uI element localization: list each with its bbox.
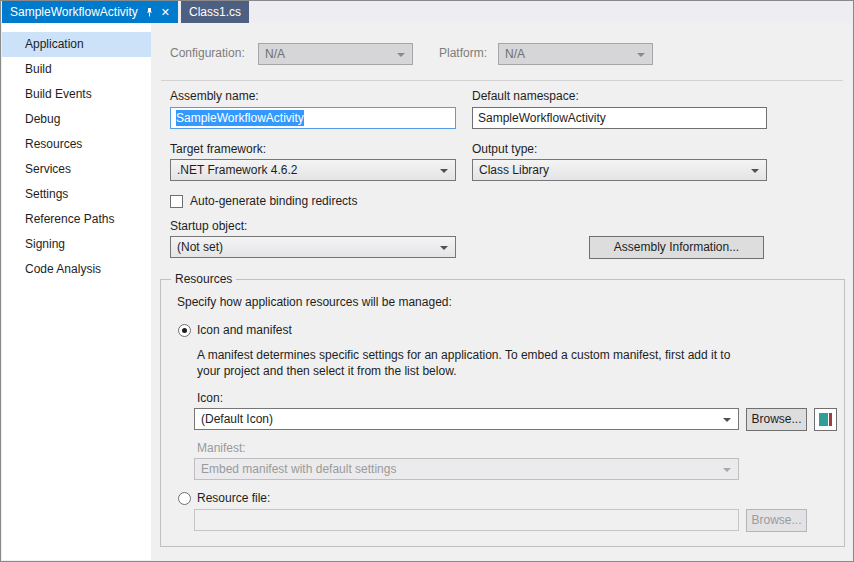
- application-properties-page: Configuration: N/A Platform: N/A Assembl…: [151, 23, 852, 560]
- default-namespace-label: Default namespace:: [472, 89, 579, 103]
- configuration-dropdown: N/A: [258, 43, 413, 65]
- close-icon[interactable]: ✕: [161, 7, 170, 18]
- icon-label: Icon:: [197, 391, 223, 405]
- resources-groupbox: Resources Specify how application resour…: [160, 279, 845, 547]
- auto-generate-binding-redirects-checkbox[interactable]: [170, 195, 183, 208]
- assembly-name-label: Assembly name:: [170, 89, 259, 103]
- sidebar-item-settings[interactable]: Settings: [2, 182, 151, 207]
- platform-dropdown: N/A: [498, 43, 653, 65]
- manifest-help-line1: A manifest determines specific settings …: [197, 348, 730, 362]
- project-properties-window: SampleWorkflowActivity ✕ Class1.cs Appli…: [0, 0, 854, 562]
- output-type-dropdown[interactable]: Class Library: [472, 159, 767, 181]
- tab-class1-cs[interactable]: Class1.cs: [181, 1, 249, 23]
- sidebar-item-services[interactable]: Services: [2, 157, 151, 182]
- resource-file-radio[interactable]: [178, 492, 191, 505]
- output-type-label: Output type:: [472, 142, 537, 156]
- assembly-name-input[interactable]: SampleWorkflowActivity: [170, 107, 456, 129]
- default-namespace-input[interactable]: SampleWorkflowActivity: [472, 107, 767, 129]
- startup-object-dropdown[interactable]: (Not set): [170, 236, 456, 258]
- resources-description: Specify how application resources will b…: [177, 295, 452, 309]
- auto-generate-binding-redirects-label: Auto-generate binding redirects: [190, 194, 357, 208]
- sidebar-item-resources[interactable]: Resources: [2, 132, 151, 157]
- sidebar-item-signing[interactable]: Signing: [2, 232, 151, 257]
- selected-text: SampleWorkflowActivity: [176, 110, 304, 126]
- icon-preview: [814, 408, 837, 431]
- assembly-information-button[interactable]: Assembly Information...: [589, 236, 764, 259]
- sidebar-item-build[interactable]: Build: [2, 57, 151, 82]
- resource-file-label: Resource file:: [197, 491, 270, 505]
- manifest-help-line2: your project and then select it from the…: [197, 364, 456, 378]
- tab-label: Class1.cs: [189, 1, 241, 23]
- icon-and-manifest-label: Icon and manifest: [197, 323, 292, 337]
- target-framework-dropdown[interactable]: .NET Framework 4.6.2: [170, 159, 456, 181]
- resource-file-input: [194, 509, 739, 531]
- target-framework-label: Target framework:: [170, 142, 266, 156]
- properties-sidebar: Application Build Build Events Debug Res…: [2, 23, 151, 560]
- default-icon-image: [819, 413, 832, 426]
- platform-label: Platform:: [439, 46, 487, 60]
- sidebar-item-reference-paths[interactable]: Reference Paths: [2, 207, 151, 232]
- sidebar-item-code-analysis[interactable]: Code Analysis: [2, 257, 151, 282]
- pin-icon[interactable]: [144, 7, 155, 18]
- resource-file-browse-button: Browse...: [746, 509, 807, 532]
- tab-label: SampleWorkflowActivity: [10, 1, 138, 23]
- section-divider: [161, 80, 843, 81]
- tab-sampleworkflowactivity[interactable]: SampleWorkflowActivity ✕: [2, 1, 178, 23]
- configuration-label: Configuration:: [170, 46, 245, 60]
- sidebar-item-debug[interactable]: Debug: [2, 107, 151, 132]
- sidebar-item-build-events[interactable]: Build Events: [2, 82, 151, 107]
- icon-and-manifest-radio[interactable]: [178, 324, 191, 337]
- icon-dropdown[interactable]: (Default Icon): [194, 408, 739, 430]
- document-tab-bar: SampleWorkflowActivity ✕ Class1.cs: [2, 1, 852, 23]
- manifest-label: Manifest:: [197, 441, 246, 455]
- icon-browse-button[interactable]: Browse...: [746, 408, 807, 431]
- manifest-dropdown: Embed manifest with default settings: [194, 458, 739, 480]
- sidebar-item-application[interactable]: Application: [2, 32, 151, 57]
- startup-object-label: Startup object:: [170, 219, 247, 233]
- resources-group-title: Resources: [171, 272, 236, 286]
